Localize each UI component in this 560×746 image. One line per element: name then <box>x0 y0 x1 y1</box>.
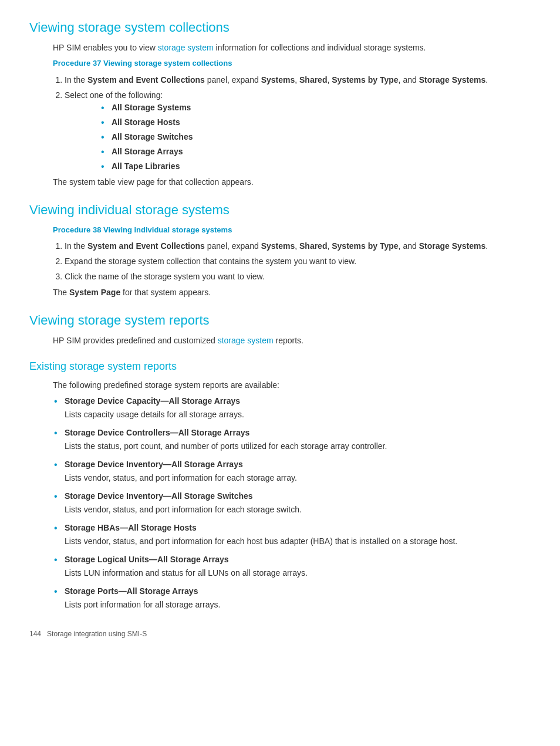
step-3-ind: Click the name of the storage system you… <box>65 271 531 283</box>
report-title-hbas: Storage HBAs—All Storage Hosts <box>65 523 197 532</box>
subsection-title-existing-reports: Existing storage system reports <box>29 359 531 374</box>
bullet-all-storage-switches: All Storage Switches <box>112 131 531 143</box>
report-item-logical-units: Storage Logical Units—All Storage Arrays… <box>65 553 531 579</box>
report-item-controllers: Storage Device Controllers—All Storage A… <box>65 427 531 453</box>
report-desc-hbas: Lists vendor, status, and port informati… <box>65 535 531 548</box>
step-1: In the System and Event Collections pane… <box>65 74 531 86</box>
section-title-viewing-individual: Viewing individual storage systems <box>29 200 531 220</box>
section-title-viewing-storage-collections: Viewing storage system collections <box>29 18 531 37</box>
report-desc-capacity: Lists capacity usage details for all sto… <box>65 409 531 421</box>
reports-intro-after: reports. <box>274 336 303 345</box>
report-title-inventory-switches: Storage Device Inventory—All Storage Swi… <box>65 491 253 501</box>
procedure-37-steps: In the System and Event Collections pane… <box>65 74 531 173</box>
report-item-inventory-arrays: Storage Device Inventory—All Storage Arr… <box>65 458 531 484</box>
storage-system-link-2[interactable]: storage system <box>218 336 274 345</box>
step-2-ind: Expand the storage system collection tha… <box>65 255 531 268</box>
report-desc-logical-units: Lists LUN information and status for all… <box>65 567 531 579</box>
step-1-ind: In the System and Event Collections pane… <box>65 240 531 252</box>
report-item-capacity: Storage Device Capacity—All Storage Arra… <box>65 395 531 421</box>
report-desc-ports: Lists port information for all storage a… <box>65 599 531 611</box>
bullet-all-storage-arrays: All Storage Arrays <box>112 146 531 158</box>
report-item-ports: Storage Ports—All Storage Arrays Lists p… <box>65 585 531 611</box>
footer-page-number: 144 <box>29 630 41 638</box>
report-desc-controllers: Lists the status, port count, and number… <box>65 440 531 453</box>
bullet-all-tape-libraries: All Tape Libraries <box>112 160 531 173</box>
report-desc-inventory-switches: Lists vendor, status, and port informati… <box>65 504 531 516</box>
reports-intro-before: HP SIM provides predefined and customize… <box>53 336 218 345</box>
reports-intro: HP SIM provides predefined and customize… <box>53 335 531 347</box>
intro-text-after: information for collections and individu… <box>214 43 426 52</box>
footer-text: Storage integration using SMI-S <box>47 630 147 638</box>
section-existing-reports: Existing storage system reports The foll… <box>29 359 531 611</box>
report-item-hbas: Storage HBAs—All Storage Hosts Lists ven… <box>65 522 531 548</box>
section-viewing-storage-reports: Viewing storage system reports HP SIM pr… <box>29 310 531 347</box>
procedure-37-conclusion: The system table view page for that coll… <box>53 176 531 188</box>
report-title-ports: Storage Ports—All Storage Arrays <box>65 586 198 596</box>
section-title-viewing-reports: Viewing storage system reports <box>29 310 531 330</box>
bullet-list-collections: All Storage Systems All Storage Hosts Al… <box>112 102 531 173</box>
intro-text-before: HP SIM enables you to view <box>53 43 158 52</box>
section-viewing-individual-storage: Viewing individual storage systems Proce… <box>29 200 531 299</box>
storage-system-link-1[interactable]: storage system <box>158 43 214 52</box>
section-intro: HP SIM enables you to view storage syste… <box>53 42 531 54</box>
bullet-all-storage-systems: All Storage Systems <box>112 102 531 114</box>
report-item-inventory-switches: Storage Device Inventory—All Storage Swi… <box>65 490 531 516</box>
section-viewing-storage-collections: Viewing storage system collections HP SI… <box>29 18 531 188</box>
procedure-38-conclusion: The System Page for that system appears. <box>53 286 531 299</box>
report-title-controllers: Storage Device Controllers—All Storage A… <box>65 428 249 437</box>
report-desc-inventory-arrays: Lists vendor, status, and port informati… <box>65 472 531 484</box>
procedure-38-steps: In the System and Event Collections pane… <box>65 240 531 283</box>
footer: 144 Storage integration using SMI-S <box>29 629 531 639</box>
report-list: Storage Device Capacity—All Storage Arra… <box>65 395 531 611</box>
bullet-all-storage-hosts: All Storage Hosts <box>112 116 531 129</box>
procedure-37-title: Procedure 37 Viewing storage system coll… <box>53 58 531 69</box>
procedure-38-title: Procedure 38 Viewing individual storage … <box>53 224 531 236</box>
report-title-logical-units: Storage Logical Units—All Storage Arrays <box>65 555 229 564</box>
report-title-capacity: Storage Device Capacity—All Storage Arra… <box>65 396 240 406</box>
report-title-inventory-arrays: Storage Device Inventory—All Storage Arr… <box>65 460 243 469</box>
step-2: Select one of the following: All Storage… <box>65 89 531 173</box>
existing-reports-intro: The following predefined storage system … <box>53 379 531 391</box>
